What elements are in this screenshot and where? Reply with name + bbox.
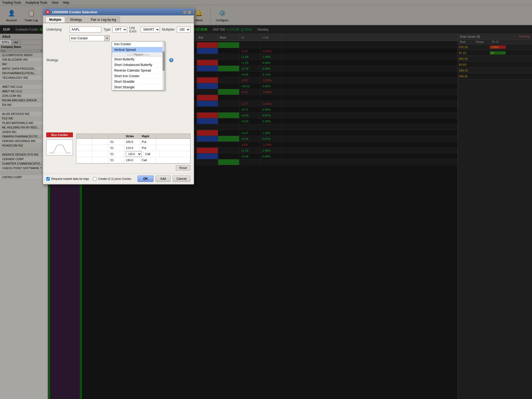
multiplier-label: Multiplier: [162, 28, 175, 31]
dialog-body: Underlying Type OPT STK FUT Leg Exch SMA…: [43, 23, 194, 173]
strategy-dropdown[interactable]: Iron Condor Vertical Spread —— Flipped —…: [112, 41, 165, 90]
tab-strategy[interactable]: Strategy: [66, 16, 86, 23]
dialog-close-button[interactable]: ✕: [45, 10, 50, 14]
type-label: Type: [103, 28, 110, 31]
strategy-input-area: ▼: [70, 35, 110, 41]
dialog-minimize-button[interactable]: _: [183, 10, 187, 14]
checkbox-market-data-input[interactable]: [46, 177, 50, 181]
cancel-button[interactable]: Cancel: [173, 176, 190, 182]
type-select[interactable]: OPT STK FUT: [113, 27, 127, 32]
chart-svg: [47, 140, 73, 155]
checkbox-market-data-label: Request market data for legs: [51, 177, 89, 180]
strategy-item-short-strangle[interactable]: Short Strangle: [112, 85, 165, 90]
leg3-ratio: [92, 151, 108, 157]
legs-table: Strike Right '21 100.0 Put '21: [76, 134, 190, 164]
add-button[interactable]: Add: [156, 176, 170, 182]
strategy-input[interactable]: [70, 36, 105, 41]
leg2-exp: '21: [108, 145, 124, 151]
leg1-right: Put: [140, 139, 156, 145]
leg-row-2: '21 110.0 Put: [76, 145, 190, 151]
buy-combo-button[interactable]: Buy Combo: [46, 132, 73, 137]
checkbox-price-combo-input[interactable]: [93, 177, 97, 181]
combo-dialog: ✕ U0000000 Combo Selection _ □ Multiple …: [43, 8, 194, 185]
strategy-container: ▼ Iron Condor Vertical Spread —— Flipped…: [70, 35, 165, 85]
strategy-item-iron-condor[interactable]: Iron Condor: [112, 41, 165, 47]
action-buttons: OK Add Cancel: [138, 176, 190, 182]
leg4-right: Call: [140, 157, 156, 163]
underlying-label: Underlying: [46, 28, 68, 31]
col-strike: Strike: [124, 134, 140, 139]
leg1-ratio: [92, 139, 108, 145]
col-exp: [108, 134, 124, 139]
leg-exch-label: Leg Exch: [129, 26, 139, 33]
svg-line-1: [53, 145, 57, 153]
strategy-item-short-butterfly[interactable]: Short Butterfly: [112, 57, 165, 62]
reset-container: Reset: [76, 165, 190, 171]
chart-legs-area: Buy Combo: [46, 132, 190, 171]
leg4-strike: 130.0: [124, 157, 140, 163]
leg4-exp: '21: [108, 157, 124, 163]
legs-table-section: Strike Right '21 100.0 Put '21: [76, 132, 190, 171]
strategy-item-short-unbalanced[interactable]: Short Unbalanced Butterfly: [112, 62, 165, 68]
checkbox-price-combo-label: Create (1:1) price Combo: [98, 177, 131, 180]
checkbox-price-combo: Create (1:1) price Combo: [93, 177, 131, 181]
leg-exch-select[interactable]: SMART CBOE AMEX: [141, 27, 160, 32]
legs-table-header: Strike Right: [76, 134, 190, 139]
strategy-dropdown-arrow[interactable]: ▼: [105, 36, 109, 41]
strategy-item-short-straddle[interactable]: Short Straddle: [112, 79, 165, 85]
dialog-maximize-button[interactable]: □: [188, 10, 192, 14]
type-row: Type OPT STK FUT Leg Exch SMART CBOE AME…: [103, 26, 190, 33]
col-right: Right: [140, 134, 156, 139]
underlying-input[interactable]: [70, 27, 101, 32]
dialog-title: U0000000 Combo Selection: [52, 10, 97, 14]
strategy-row: Strategy ▼ Iron Condor Vertical Spread —…: [46, 35, 190, 85]
leg-row-3: '21 120.0 115.0 125.0 Call: [76, 151, 190, 157]
leg1-exp: '21: [108, 139, 124, 145]
ok-button[interactable]: OK: [138, 176, 153, 182]
leg3-action: [76, 151, 92, 157]
leg2-action: [76, 145, 92, 151]
leg1-strike: 100.0: [124, 139, 140, 145]
strategy-label: Strategy: [46, 58, 68, 62]
col-ratio: [92, 134, 108, 139]
leg-row-1: '21 100.0 Put: [76, 139, 190, 145]
reset-button[interactable]: Reset: [176, 165, 190, 171]
tab-multiple[interactable]: Multiple: [45, 16, 65, 23]
col-action: [76, 134, 92, 139]
leg3-exp: '21: [108, 151, 124, 157]
dialog-bottom: Request market data for legs Create (1:1…: [43, 173, 194, 184]
help-icon-container: ?: [169, 58, 173, 62]
leg2-ratio: [92, 145, 108, 151]
scrollbar-thumb: [163, 51, 165, 71]
leg3-strike-select[interactable]: 120.0 115.0 125.0: [126, 151, 142, 157]
leg2-strike: 110.0: [124, 145, 140, 151]
leg4-ratio: [92, 157, 108, 163]
dialog-tabs: Multiple Strategy Pair or Leg-by-leg: [43, 15, 194, 23]
svg-line-3: [63, 145, 66, 153]
leg3-strike: 120.0 115.0 125.0: [124, 151, 144, 157]
leg-row-4: '21 130.0 Call: [76, 157, 190, 163]
checkbox-market-data: Request market data for legs: [46, 177, 89, 181]
chart-display: [46, 139, 73, 155]
multiplier-select[interactable]: 100 10 1: [177, 27, 190, 32]
leg4-action: [76, 157, 92, 163]
strategy-item-short-iron-condor[interactable]: Short Iron Condor: [112, 73, 165, 79]
leg1-action: [76, 139, 92, 145]
underlying-row: Underlying Type OPT STK FUT Leg Exch SMA…: [46, 26, 190, 33]
leg3-right: Call: [144, 151, 160, 157]
dialog-titlebar: ✕ U0000000 Combo Selection _ □: [43, 9, 194, 15]
dropdown-scrollbar: [163, 41, 165, 90]
leg2-right: Put: [140, 145, 156, 151]
chart-section: Buy Combo: [46, 132, 73, 171]
strategy-item-reverse-calendar[interactable]: Reverse Calendar Spread: [112, 68, 165, 73]
help-icon[interactable]: ?: [169, 58, 173, 62]
strategy-separator-flipped: —— Flipped ——: [112, 53, 165, 57]
tab-pair-leg[interactable]: Pair or Leg-by-leg: [87, 16, 120, 23]
strategy-item-vertical-spread[interactable]: Vertical Spread: [112, 47, 165, 53]
